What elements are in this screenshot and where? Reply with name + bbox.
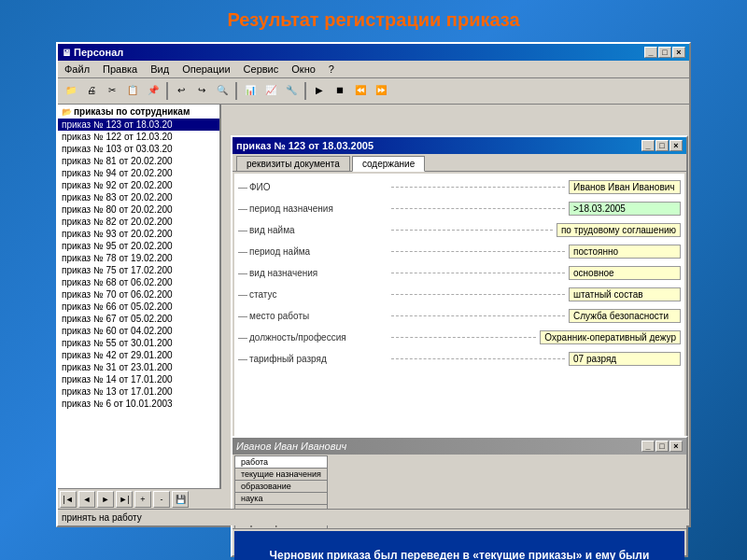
tree-item[interactable]: приказ № 78 от 19.02.200	[58, 252, 219, 264]
toolbar-btn-1[interactable]: 📁	[62, 80, 80, 99]
tree-item[interactable]: приказ № 55 от 30.01.200	[58, 337, 219, 349]
toolbar-btn-3[interactable]: ✂	[103, 80, 121, 99]
nav-first[interactable]: |◄	[60, 491, 77, 508]
tree-item[interactable]: приказ № 70 от 06.02.200	[58, 288, 219, 301]
form-value[interactable]: постоянно	[569, 245, 681, 259]
toolbar-sep-2	[235, 82, 237, 100]
order-maximize-button[interactable]: □	[655, 140, 669, 151]
toolbar-btn-2[interactable]: 🖨	[82, 80, 101, 99]
person-tab-2[interactable]: образование	[234, 480, 328, 492]
tree-item[interactable]: приказ № 80 от 20.02.200	[58, 203, 219, 216]
menu-service[interactable]: Сервис	[241, 63, 282, 76]
person-window: Иванов Иван Иванович _ □ × работатекущие…	[231, 436, 688, 557]
tree-item[interactable]: приказ № 31 от 23.01.200	[58, 361, 219, 373]
tree-item[interactable]: приказ № 14 от 17.01.200	[58, 373, 219, 385]
main-titlebar: 🖥 Персонал _ □ ×	[58, 44, 689, 61]
tree-item[interactable]: приказ № 66 от 05.02.200	[58, 301, 219, 313]
form-label: период найма	[238, 246, 388, 257]
toolbar-btn-13[interactable]: ⏹	[331, 80, 349, 99]
form-dashes	[391, 230, 553, 231]
form-dashes	[391, 315, 565, 316]
tree-item[interactable]: приказ № 68 от 06.02.200	[58, 276, 219, 288]
tree-item[interactable]: приказ № 83 от 20.02.200	[58, 191, 219, 203]
tree-item[interactable]: приказ № 75 от 17.02.200	[58, 264, 219, 276]
menu-operations[interactable]: Операции	[179, 63, 233, 76]
folder-icon: 📂	[62, 107, 72, 117]
form-value[interactable]: Служба безопасности	[569, 309, 681, 323]
toolbar-btn-9[interactable]: 📊	[241, 80, 260, 99]
tree-item[interactable]: приказ № 42 от 29.01.200	[58, 349, 219, 361]
menu-edit[interactable]: Правка	[100, 63, 140, 76]
tree-item[interactable]: приказ № 94 от 20.02.200	[58, 167, 219, 179]
form-value[interactable]: штатный состав	[569, 287, 681, 301]
toolbar-btn-5[interactable]: 📌	[144, 80, 162, 99]
tabs-bar: реквизиты документа содержание	[233, 154, 686, 172]
form-value[interactable]: 07 разряд	[569, 352, 681, 366]
tree-item[interactable]: приказ № 67 от 05.02.200	[58, 313, 219, 325]
order-minimize-button[interactable]: _	[641, 140, 655, 151]
person-tab-1[interactable]: текущие назначения	[234, 468, 328, 480]
form-row: статусштатный состав	[238, 285, 681, 303]
tree-items: приказ № 123 от 18.03.20приказ № 122 от …	[58, 119, 219, 410]
nav-next[interactable]: ►	[97, 491, 114, 508]
tree-item[interactable]: приказ № 81 от 20.02.200	[58, 155, 219, 167]
minimize-button[interactable]: _	[644, 47, 657, 58]
form-content: ФИОИванов Иван Ивановичпериод назначения…	[234, 174, 684, 439]
tree-root[interactable]: 📂 приказы по сотрудникам	[58, 105, 219, 119]
tree-item[interactable]: приказ № 82 от 20.02.200	[58, 216, 219, 228]
toolbar-btn-12[interactable]: ▶	[310, 80, 329, 99]
tab-content[interactable]: содержание	[352, 156, 425, 172]
person-titlebar-left: Иванов Иван Иванович	[236, 441, 346, 452]
form-value[interactable]: >18.03.2005	[569, 202, 681, 216]
form-value[interactable]: по трудовому соглашению	[557, 223, 681, 237]
nav-add[interactable]: +	[134, 491, 151, 508]
menu-help[interactable]: ?	[326, 63, 337, 76]
person-close-button[interactable]: ×	[669, 441, 683, 452]
nav-last[interactable]: ►|	[116, 491, 133, 508]
tree-item[interactable]: приказ № 60 от 04.02.200	[58, 325, 219, 337]
main-window: 🖥 Персонал _ □ × Файл Правка Вид Операци…	[56, 42, 691, 527]
status-text: принять на работу	[62, 512, 142, 523]
menu-view[interactable]: Вид	[148, 63, 172, 76]
maximize-button[interactable]: □	[658, 47, 671, 58]
nav-save[interactable]: 💾	[172, 491, 189, 508]
person-tab-3[interactable]: наука	[234, 492, 328, 504]
order-close-button[interactable]: ×	[669, 140, 683, 151]
tree-item[interactable]: приказ № 123 от 18.03.20	[58, 119, 219, 131]
order-window: приказ № 123 от 18.03.2005 _ □ × реквизи…	[231, 135, 688, 453]
menu-file[interactable]: Файл	[62, 63, 92, 76]
form-row: тарифный разряд07 разряд	[238, 349, 681, 368]
person-maximize-button[interactable]: □	[655, 441, 669, 452]
form-value[interactable]: Охранник-оперативный дежур	[540, 330, 681, 344]
tree-item[interactable]: приказ № 122 от 12.03.20	[58, 131, 219, 143]
toolbar-btn-15[interactable]: ⏩	[372, 80, 390, 99]
toolbar-btn-8[interactable]: 🔍	[213, 80, 232, 99]
tree-item[interactable]: приказ № 93 от 20.02.200	[58, 228, 219, 240]
tab-requisites[interactable]: реквизиты документа	[236, 156, 350, 171]
person-tab-0[interactable]: работа	[234, 455, 328, 468]
toolbar-btn-14[interactable]: ⏪	[351, 80, 370, 99]
form-dashes	[391, 337, 536, 338]
person-minimize-button[interactable]: _	[641, 441, 655, 452]
toolbar-btn-4[interactable]: 📋	[123, 80, 142, 99]
nav-del[interactable]: -	[153, 491, 170, 508]
form-label: тарифный разряд	[238, 354, 388, 364]
tree-item[interactable]: приказ № 13 от 17.01.200	[58, 385, 219, 398]
tree-item[interactable]: приказ № 92 от 20.02.200	[58, 179, 219, 191]
form-dashes	[391, 273, 565, 273]
form-value[interactable]: основное	[569, 266, 681, 280]
tree-item[interactable]: приказ № 6 от 10.01.2003	[58, 398, 219, 410]
nav-prev[interactable]: ◄	[78, 491, 95, 508]
main-titlebar-buttons: _ □ ×	[644, 47, 685, 58]
tree-item[interactable]: приказ № 103 от 03.03.20	[58, 143, 219, 155]
toolbar-btn-7[interactable]: ↪	[192, 80, 211, 99]
menu-window[interactable]: Окно	[289, 63, 318, 76]
form-label: должность/профессия	[238, 332, 388, 343]
form-value[interactable]: Иванов Иван Иванович	[569, 180, 681, 194]
form-label: место работы	[238, 311, 388, 321]
tree-item[interactable]: приказ № 95 от 20.02.200	[58, 240, 219, 252]
toolbar-btn-10[interactable]: 📈	[261, 80, 280, 99]
toolbar-btn-6[interactable]: ↩	[172, 80, 190, 99]
toolbar-btn-11[interactable]: 🔧	[282, 80, 301, 99]
close-button[interactable]: ×	[672, 47, 685, 58]
